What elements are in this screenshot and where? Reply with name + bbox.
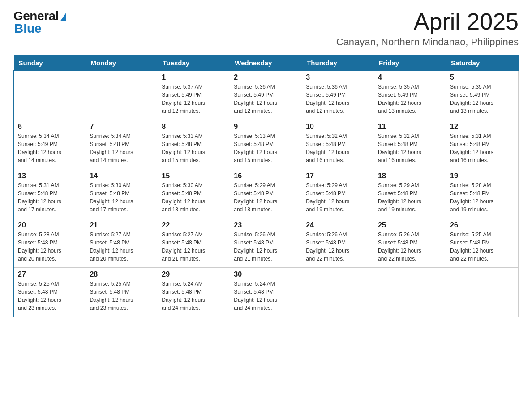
day-number: 14 <box>90 172 154 180</box>
day-info: Sunrise: 5:32 AM Sunset: 5:48 PM Dayligh… <box>378 132 442 164</box>
day-info: Sunrise: 5:36 AM Sunset: 5:49 PM Dayligh… <box>306 83 370 115</box>
calendar-day-cell: 24Sunrise: 5:26 AM Sunset: 5:48 PM Dayli… <box>302 218 374 268</box>
calendar-day-cell: 4Sunrise: 5:35 AM Sunset: 5:49 PM Daylig… <box>374 71 446 120</box>
calendar-day-cell: 16Sunrise: 5:29 AM Sunset: 5:48 PM Dayli… <box>230 169 302 218</box>
logo-triangle-icon <box>60 13 66 21</box>
day-number: 10 <box>306 123 370 131</box>
day-number: 13 <box>18 172 82 180</box>
calendar-day-cell: 22Sunrise: 5:27 AM Sunset: 5:48 PM Dayli… <box>158 218 230 268</box>
calendar-day-cell: 10Sunrise: 5:32 AM Sunset: 5:48 PM Dayli… <box>302 120 374 169</box>
calendar-day-cell: 3Sunrise: 5:36 AM Sunset: 5:49 PM Daylig… <box>302 71 374 120</box>
calendar-week-row: 6Sunrise: 5:34 AM Sunset: 5:49 PM Daylig… <box>14 120 519 169</box>
day-info: Sunrise: 5:28 AM Sunset: 5:48 PM Dayligh… <box>18 231 82 263</box>
day-number: 5 <box>450 73 515 81</box>
calendar-day-cell: 28Sunrise: 5:25 AM Sunset: 5:48 PM Dayli… <box>86 268 158 317</box>
calendar-weekday-header: Thursday <box>302 56 374 71</box>
day-number: 27 <box>18 270 82 278</box>
day-info: Sunrise: 5:26 AM Sunset: 5:48 PM Dayligh… <box>234 231 298 263</box>
day-number: 23 <box>234 221 298 229</box>
day-info: Sunrise: 5:35 AM Sunset: 5:49 PM Dayligh… <box>450 83 515 115</box>
title-block: April 2025 Canayan, Northern Mindanao, P… <box>336 9 519 48</box>
calendar-day-cell: 27Sunrise: 5:25 AM Sunset: 5:48 PM Dayli… <box>14 268 86 317</box>
calendar-day-cell: 25Sunrise: 5:26 AM Sunset: 5:48 PM Dayli… <box>374 218 446 268</box>
day-number: 2 <box>234 73 298 81</box>
page-header: General Blue April 2025 Canayan, Norther… <box>13 9 519 48</box>
calendar-day-cell: 2Sunrise: 5:36 AM Sunset: 5:49 PM Daylig… <box>230 71 302 120</box>
day-number: 30 <box>234 270 298 278</box>
day-info: Sunrise: 5:30 AM Sunset: 5:48 PM Dayligh… <box>90 181 154 214</box>
day-number: 7 <box>90 123 154 131</box>
month-title: April 2025 <box>336 9 519 34</box>
calendar-week-row: 13Sunrise: 5:31 AM Sunset: 5:48 PM Dayli… <box>14 169 519 218</box>
day-info: Sunrise: 5:31 AM Sunset: 5:48 PM Dayligh… <box>450 132 515 164</box>
day-info: Sunrise: 5:33 AM Sunset: 5:48 PM Dayligh… <box>162 132 226 164</box>
day-number: 6 <box>18 123 82 131</box>
logo: General Blue <box>13 9 66 36</box>
calendar-body: 1Sunrise: 5:37 AM Sunset: 5:49 PM Daylig… <box>14 71 519 317</box>
day-number: 19 <box>450 172 515 180</box>
calendar-weekday-header: Saturday <box>446 56 519 71</box>
calendar-day-cell: 15Sunrise: 5:30 AM Sunset: 5:48 PM Dayli… <box>158 169 230 218</box>
calendar-day-cell: 6Sunrise: 5:34 AM Sunset: 5:49 PM Daylig… <box>14 120 86 169</box>
day-info: Sunrise: 5:29 AM Sunset: 5:48 PM Dayligh… <box>306 181 370 214</box>
calendar-day-cell: 11Sunrise: 5:32 AM Sunset: 5:48 PM Dayli… <box>374 120 446 169</box>
calendar-day-cell <box>86 71 158 120</box>
day-number: 11 <box>378 123 442 131</box>
day-number: 22 <box>162 221 226 229</box>
calendar-day-cell: 1Sunrise: 5:37 AM Sunset: 5:49 PM Daylig… <box>158 71 230 120</box>
day-info: Sunrise: 5:25 AM Sunset: 5:48 PM Dayligh… <box>18 280 82 312</box>
day-info: Sunrise: 5:28 AM Sunset: 5:48 PM Dayligh… <box>450 181 515 214</box>
day-info: Sunrise: 5:26 AM Sunset: 5:48 PM Dayligh… <box>378 231 442 263</box>
location-title: Canayan, Northern Mindanao, Philippines <box>336 36 519 48</box>
calendar-day-cell: 19Sunrise: 5:28 AM Sunset: 5:48 PM Dayli… <box>446 169 519 218</box>
calendar-day-cell: 9Sunrise: 5:33 AM Sunset: 5:48 PM Daylig… <box>230 120 302 169</box>
day-number: 18 <box>378 172 442 180</box>
day-number: 16 <box>234 172 298 180</box>
day-number: 29 <box>162 270 226 278</box>
day-info: Sunrise: 5:33 AM Sunset: 5:48 PM Dayligh… <box>234 132 298 164</box>
day-info: Sunrise: 5:36 AM Sunset: 5:49 PM Dayligh… <box>234 83 298 115</box>
calendar-week-row: 1Sunrise: 5:37 AM Sunset: 5:49 PM Daylig… <box>14 71 519 120</box>
calendar-day-cell: 7Sunrise: 5:34 AM Sunset: 5:48 PM Daylig… <box>86 120 158 169</box>
calendar-day-cell: 20Sunrise: 5:28 AM Sunset: 5:48 PM Dayli… <box>14 218 86 268</box>
day-info: Sunrise: 5:25 AM Sunset: 5:48 PM Dayligh… <box>90 280 154 312</box>
calendar-week-row: 20Sunrise: 5:28 AM Sunset: 5:48 PM Dayli… <box>14 218 519 268</box>
calendar-weekday-header: Tuesday <box>158 56 230 71</box>
calendar-day-cell: 12Sunrise: 5:31 AM Sunset: 5:48 PM Dayli… <box>446 120 519 169</box>
day-info: Sunrise: 5:35 AM Sunset: 5:49 PM Dayligh… <box>378 83 442 115</box>
calendar-day-cell: 17Sunrise: 5:29 AM Sunset: 5:48 PM Dayli… <box>302 169 374 218</box>
calendar-day-cell <box>14 71 86 120</box>
calendar-day-cell: 18Sunrise: 5:29 AM Sunset: 5:48 PM Dayli… <box>374 169 446 218</box>
day-number: 26 <box>450 221 515 229</box>
day-info: Sunrise: 5:25 AM Sunset: 5:48 PM Dayligh… <box>450 231 515 263</box>
calendar-day-cell: 5Sunrise: 5:35 AM Sunset: 5:49 PM Daylig… <box>446 71 519 120</box>
day-number: 4 <box>378 73 442 81</box>
calendar-day-cell: 8Sunrise: 5:33 AM Sunset: 5:48 PM Daylig… <box>158 120 230 169</box>
day-info: Sunrise: 5:32 AM Sunset: 5:48 PM Dayligh… <box>306 132 370 164</box>
day-info: Sunrise: 5:27 AM Sunset: 5:48 PM Dayligh… <box>162 231 226 263</box>
day-number: 28 <box>90 270 154 278</box>
calendar-day-cell: 14Sunrise: 5:30 AM Sunset: 5:48 PM Dayli… <box>86 169 158 218</box>
calendar-day-cell: 30Sunrise: 5:24 AM Sunset: 5:48 PM Dayli… <box>230 268 302 317</box>
day-number: 12 <box>450 123 515 131</box>
calendar-day-cell <box>374 268 446 317</box>
calendar-week-row: 27Sunrise: 5:25 AM Sunset: 5:48 PM Dayli… <box>14 268 519 317</box>
calendar-weekday-header: Monday <box>86 56 158 71</box>
day-number: 3 <box>306 73 370 81</box>
calendar-day-cell: 21Sunrise: 5:27 AM Sunset: 5:48 PM Dayli… <box>86 218 158 268</box>
calendar-day-cell: 29Sunrise: 5:24 AM Sunset: 5:48 PM Dayli… <box>158 268 230 317</box>
day-number: 24 <box>306 221 370 229</box>
calendar-day-cell: 13Sunrise: 5:31 AM Sunset: 5:48 PM Dayli… <box>14 169 86 218</box>
calendar-table: SundayMondayTuesdayWednesdayThursdayFrid… <box>13 55 519 317</box>
day-number: 1 <box>162 73 226 81</box>
day-number: 20 <box>18 221 82 229</box>
calendar-header-row: SundayMondayTuesdayWednesdayThursdayFrid… <box>14 56 519 71</box>
day-number: 8 <box>162 123 226 131</box>
day-number: 9 <box>234 123 298 131</box>
calendar-day-cell <box>302 268 374 317</box>
logo-blue-text: Blue <box>13 21 42 36</box>
day-info: Sunrise: 5:31 AM Sunset: 5:48 PM Dayligh… <box>18 181 82 214</box>
calendar-weekday-header: Sunday <box>14 56 86 71</box>
calendar-weekday-header: Friday <box>374 56 446 71</box>
calendar-day-cell: 23Sunrise: 5:26 AM Sunset: 5:48 PM Dayli… <box>230 218 302 268</box>
